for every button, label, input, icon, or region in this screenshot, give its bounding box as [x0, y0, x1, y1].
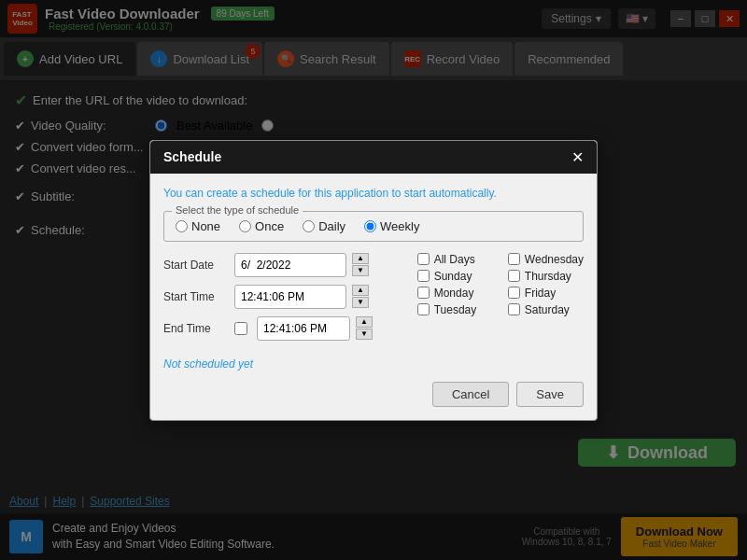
schedule-content: Start Date ▲ ▼ Start Time ▲ ▼ [163, 253, 584, 348]
date-spin-down[interactable]: ▼ [352, 265, 369, 276]
datetime-section: Start Date ▲ ▼ Start Time ▲ ▼ [163, 253, 404, 348]
modal-body: You can create a schedule for this appli… [150, 174, 597, 420]
day-saturday[interactable]: Saturday [508, 303, 584, 316]
schedule-status: Not scheduled yet [163, 357, 584, 371]
radio-daily[interactable]: Daily [303, 219, 345, 233]
start-time-spin-up[interactable]: ▲ [352, 285, 369, 296]
start-date-row: Start Date ▲ ▼ [163, 253, 404, 277]
schedule-type-legend: Select the type of schedule [172, 204, 303, 216]
start-time-spin-down[interactable]: ▼ [352, 297, 369, 308]
date-spin-up[interactable]: ▲ [352, 253, 369, 264]
modal-close-button[interactable]: ✕ [571, 148, 584, 166]
wednesday-checkbox[interactable] [508, 253, 520, 265]
thursday-checkbox[interactable] [508, 270, 520, 282]
schedule-type-group: Select the type of schedule None Once Da… [163, 211, 584, 242]
save-button[interactable]: Save [516, 382, 584, 407]
date-spinner: ▲ ▼ [352, 253, 369, 276]
start-time-input[interactable] [234, 285, 346, 309]
end-time-spin-down[interactable]: ▼ [356, 329, 373, 340]
end-time-input[interactable] [257, 316, 350, 341]
schedule-type-radios: None Once Daily Weekly [176, 219, 571, 233]
day-thursday[interactable]: Thursday [508, 270, 584, 283]
radio-none[interactable]: None [176, 219, 220, 233]
radio-once[interactable]: Once [239, 219, 284, 233]
modal-info-text: You can create a schedule for this appli… [163, 187, 584, 200]
end-time-row: End Time ▲ ▼ [163, 316, 404, 341]
day-all-days[interactable]: All Days [417, 253, 493, 266]
end-time-spin-up[interactable]: ▲ [356, 316, 373, 328]
tuesday-checkbox[interactable] [417, 303, 430, 315]
day-monday[interactable]: Monday [417, 287, 493, 300]
day-tuesday[interactable]: Tuesday [417, 303, 493, 316]
end-time-spinner: ▲ ▼ [356, 316, 373, 340]
schedule-modal: Schedule ✕ You can create a schedule for… [149, 140, 598, 421]
days-section: All Days Wednesday Sunday Thursday Monda… [417, 253, 584, 348]
friday-checkbox[interactable] [508, 287, 520, 299]
start-time-spinner: ▲ ▼ [352, 285, 369, 308]
modal-title: Schedule [163, 149, 221, 164]
all-days-checkbox[interactable] [417, 253, 430, 265]
end-time-checkbox[interactable] [234, 322, 247, 335]
start-time-row: Start Time ▲ ▼ [163, 285, 404, 309]
day-friday[interactable]: Friday [508, 287, 584, 300]
radio-weekly[interactable]: Weekly [364, 219, 419, 233]
saturday-checkbox[interactable] [508, 303, 520, 315]
start-date-input[interactable] [234, 253, 346, 277]
modal-overlay: Schedule ✕ You can create a schedule for… [0, 0, 747, 560]
end-time-label: End Time [163, 322, 229, 335]
start-time-label: Start Time [163, 290, 229, 303]
monday-checkbox[interactable] [417, 287, 430, 299]
day-wednesday[interactable]: Wednesday [508, 253, 584, 266]
modal-footer: Cancel Save [163, 382, 584, 407]
modal-title-bar: Schedule ✕ [150, 141, 597, 174]
cancel-button[interactable]: Cancel [432, 382, 509, 407]
sunday-checkbox[interactable] [417, 270, 430, 282]
start-date-label: Start Date [163, 259, 229, 272]
day-sunday[interactable]: Sunday [417, 270, 493, 283]
